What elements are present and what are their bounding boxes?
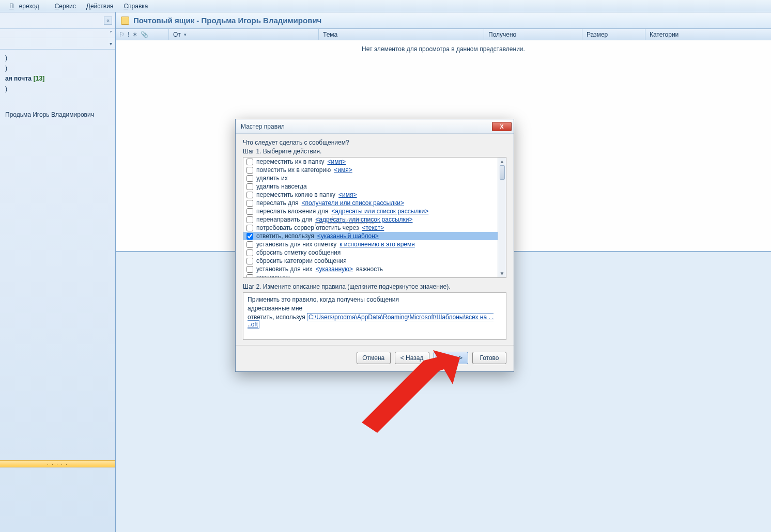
cancel-button[interactable]: Отмена	[357, 352, 391, 364]
action-label: удалить навсегда	[256, 183, 307, 190]
next-button[interactable]: Далее >	[434, 352, 469, 364]
importance-icon[interactable]: ⚐	[119, 31, 125, 38]
action-checkbox[interactable]	[246, 274, 253, 278]
action-param-link[interactable]: <текст>	[362, 224, 384, 231]
sidebar-dropdown[interactable]: ▾	[0, 38, 115, 50]
column-size[interactable]: Размер	[582, 29, 645, 40]
menu-service[interactable]: Сервис	[50, 3, 81, 10]
rule-description-box: Применить это правило, когда получены со…	[243, 292, 506, 340]
icon-icon[interactable]: ✶	[132, 31, 137, 38]
sidebar-collapse-row: «	[0, 12, 115, 29]
action-param-link[interactable]: <имя>	[334, 166, 352, 174]
action-row[interactable]: сбросить отметку сообщения	[243, 248, 498, 257]
action-label: сбросить отметку сообщения	[256, 249, 341, 256]
action-row[interactable]: переслать вложения для <адресаты или спи…	[243, 207, 498, 215]
action-checkbox[interactable]	[246, 208, 253, 215]
sidebar-expander[interactable]: ˅	[0, 29, 115, 38]
actions-scrollbar[interactable]: ▲ ▼	[498, 158, 506, 277]
dialog-footer: Отмена < Назад Далее > Готово	[236, 345, 514, 371]
action-checkbox[interactable]	[246, 258, 253, 264]
step2-label: Шаг 2. Измените описание правила (щелкни…	[243, 283, 506, 290]
folder-user-mailbox[interactable]: Продьма Игорь Владимирович	[2, 109, 113, 120]
action-param-link[interactable]: <указанный шаблон>	[317, 232, 379, 240]
action-checkbox[interactable]	[246, 159, 253, 165]
scroll-up-icon[interactable]: ▲	[500, 159, 505, 164]
dialog-question: Что следует сделать с сообщением?	[243, 139, 506, 146]
menu-bar: Переходdocument.currentScript.previousEl…	[0, 0, 771, 12]
action-label: удалить их	[256, 175, 288, 182]
close-button[interactable]: X	[492, 122, 512, 131]
action-checkbox[interactable]	[246, 233, 253, 240]
sidebar-grip[interactable]: . . . . .	[0, 460, 115, 467]
step1-label: Шаг 1. Выберите действия.	[243, 148, 506, 155]
collapse-sidebar-icon[interactable]: «	[104, 17, 112, 25]
column-subject[interactable]: Тема	[318, 29, 484, 40]
mailbox-icon	[121, 17, 129, 25]
menu-actions[interactable]: Действия	[81, 3, 119, 10]
folder-label: ая почта	[5, 75, 32, 82]
action-row[interactable]: установить для них отметку к исполнению …	[243, 240, 498, 248]
back-button[interactable]: < Назад	[395, 352, 429, 364]
action-param-link[interactable]: <имя>	[338, 191, 357, 198]
action-checkbox[interactable]	[246, 216, 253, 223]
actions-list[interactable]: переместить их в папку <имя>поместить их…	[243, 158, 498, 277]
action-row[interactable]: поместить их в категорию <имя>	[243, 166, 498, 174]
scroll-down-icon[interactable]: ▼	[500, 271, 505, 276]
folder-item[interactable]: )	[2, 53, 113, 63]
action-param-link[interactable]: <адресаты или список рассылки>	[331, 208, 428, 215]
action-param-link[interactable]: <указанную>	[316, 265, 353, 273]
action-row[interactable]: сбросить категории сообщения	[243, 257, 498, 265]
action-checkbox[interactable]	[246, 249, 253, 256]
unread-count: [13]	[34, 75, 44, 82]
navigation-pane: « ˅ ▾ ) ) ая почта [13] ) Продьма Игорь …	[0, 12, 116, 532]
action-label: потребовать сервер ответить через	[256, 224, 359, 231]
action-row[interactable]: ответить, используя <указанный шаблон>	[243, 232, 498, 240]
action-param-link[interactable]: к исполнению в это время	[340, 241, 415, 248]
rules-wizard-dialog: Мастер правил X Что следует сделать с со…	[235, 119, 514, 372]
action-row[interactable]: переслать для <получатели или список рас…	[243, 199, 498, 207]
action-row[interactable]: переместить копию в папку <имя>	[243, 191, 498, 199]
action-label: переслать для	[256, 199, 299, 207]
action-label: установить для них	[256, 265, 313, 273]
action-label: переслать вложения для	[256, 208, 328, 215]
action-checkbox[interactable]	[246, 175, 253, 182]
action-row[interactable]: потребовать сервер ответить через <текст…	[243, 224, 498, 232]
page-title: Почтовый ящик - Продьма Игорь Владимиров…	[133, 16, 321, 25]
action-param-link[interactable]: <имя>	[328, 158, 346, 165]
reminder-icon[interactable]: !	[128, 31, 129, 38]
action-label: переместить копию в папку	[256, 191, 335, 198]
column-headers: ⚐ ! ✶ 📎 От Тема Получено Размер Категори…	[116, 29, 771, 40]
action-row[interactable]: перенаправить для <адресаты или список р…	[243, 215, 498, 224]
action-row[interactable]: переместить их в папку <имя>	[243, 158, 498, 166]
desc-line-3: ответить, используя C:\Users\prodma\AppD…	[248, 314, 502, 328]
action-checkbox[interactable]	[246, 241, 253, 248]
menu-go[interactable]: Переходdocument.currentScript.previousEl…	[4, 3, 50, 10]
scroll-thumb[interactable]	[500, 165, 505, 180]
finish-button[interactable]: Готово	[472, 352, 506, 364]
folder-inbox[interactable]: ая почта [13]	[2, 73, 113, 84]
empty-list-text: Нет элементов для просмотра в данном пре…	[116, 40, 771, 58]
desc-line-2: адресованные мне	[248, 305, 502, 312]
action-param-link[interactable]: <получатели или список рассылки>	[302, 199, 405, 207]
column-received[interactable]: Получено	[484, 29, 582, 40]
action-label: сбросить категории сообщения	[256, 257, 347, 264]
column-categories[interactable]: Категории	[645, 29, 771, 40]
action-row[interactable]: удалить их	[243, 174, 498, 182]
attachment-icon[interactable]: 📎	[141, 31, 148, 38]
action-checkbox[interactable]	[246, 192, 253, 198]
action-row[interactable]: удалить навсегда	[243, 182, 498, 191]
action-label: распечатать	[256, 274, 291, 277]
action-row[interactable]: распечатать	[243, 273, 498, 277]
action-checkbox[interactable]	[246, 225, 253, 231]
action-param-link[interactable]: <адресаты или список рассылки>	[315, 216, 412, 223]
column-from[interactable]: От	[168, 29, 318, 40]
action-checkbox[interactable]	[246, 183, 253, 190]
folder-item[interactable]: )	[2, 63, 113, 73]
action-checkbox[interactable]	[246, 266, 253, 273]
action-checkbox[interactable]	[246, 200, 253, 207]
folder-item[interactable]: )	[2, 84, 113, 94]
menu-help[interactable]: Справка	[118, 3, 153, 10]
actions-list-container: переместить их в папку <имя>поместить их…	[243, 157, 506, 278]
action-row[interactable]: установить для них <указанную> важность	[243, 265, 498, 273]
action-checkbox[interactable]	[246, 167, 253, 174]
